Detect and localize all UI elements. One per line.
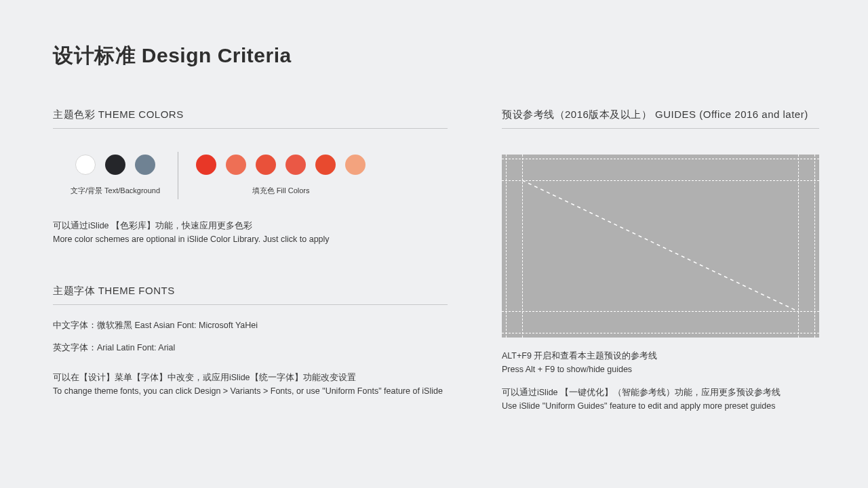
fill-swatches bbox=[196, 155, 366, 175]
font-note-en: To change theme fonts, you can click Des… bbox=[53, 385, 448, 397]
swatch-fill-3 bbox=[256, 155, 276, 175]
swatch-text-bg-1 bbox=[75, 155, 96, 175]
fill-group: 填充色 Fill Colors bbox=[196, 155, 366, 196]
swatch-text-bg-3 bbox=[135, 155, 155, 175]
text-bg-label: 文字/背景 Text/Background bbox=[71, 186, 160, 196]
color-note-zh: 可以通过iSlide 【色彩库】功能，快速应用更多色彩 bbox=[53, 220, 448, 232]
font-line-en: 英文字体：Arial Latin Font: Arial bbox=[53, 342, 448, 354]
left-column: 主题色彩 THEME COLORS 文字/背景 Text/Background bbox=[53, 108, 448, 397]
swatch-fill-5 bbox=[315, 155, 336, 175]
guides-note1-zh: ALT+F9 开启和查看本主题预设的参考线 bbox=[502, 350, 819, 362]
text-bg-swatches bbox=[75, 155, 155, 175]
theme-colors-section: 主题色彩 THEME COLORS 文字/背景 Text/Background bbox=[53, 108, 448, 245]
guides-note1-en: Press Alt + F9 to show/hide guides bbox=[502, 363, 819, 375]
theme-fonts-heading: 主题字体 THEME FONTS bbox=[53, 285, 448, 305]
guides-preview bbox=[502, 155, 819, 338]
guide-diagonal bbox=[502, 155, 819, 338]
theme-fonts-section: 主题字体 THEME FONTS 中文字体：微软雅黑 East Asian Fo… bbox=[53, 285, 448, 397]
theme-colors-heading: 主题色彩 THEME COLORS bbox=[53, 108, 448, 129]
swatch-fill-6 bbox=[345, 155, 366, 175]
swatch-area: 文字/背景 Text/Background 填充色 Fill Colors bbox=[53, 155, 448, 199]
swatch-fill-1 bbox=[196, 155, 216, 175]
guides-note2-en: Use iSlide "Uniform Guides" feature to e… bbox=[502, 400, 819, 412]
svg-line-0 bbox=[522, 180, 799, 312]
font-note-zh: 可以在【设计】菜单【字体】中改变，或应用iSlide【统一字体】功能改变设置 bbox=[53, 371, 448, 384]
right-column: 预设参考线（2016版本及以上） GUIDES (Office 2016 and… bbox=[502, 108, 819, 412]
guides-note2-zh: 可以通过iSlide 【一键优化】（智能参考线）功能，应用更多预设参考线 bbox=[502, 386, 819, 399]
page-title: 设计标准 Design Criteria bbox=[53, 42, 292, 70]
vertical-divider bbox=[178, 152, 178, 199]
guides-heading: 预设参考线（2016版本及以上） GUIDES (Office 2016 and… bbox=[502, 108, 819, 129]
swatch-fill-4 bbox=[285, 155, 306, 175]
color-note-en: More color schemes are optional in iSlid… bbox=[53, 233, 448, 245]
swatch-text-bg-2 bbox=[105, 155, 125, 175]
fill-label: 填充色 Fill Colors bbox=[252, 186, 310, 196]
font-line-cn: 中文字体：微软雅黑 East Asian Font: Microsoft YaH… bbox=[53, 320, 448, 331]
text-bg-group: 文字/背景 Text/Background bbox=[71, 155, 160, 196]
swatch-fill-2 bbox=[226, 155, 246, 175]
